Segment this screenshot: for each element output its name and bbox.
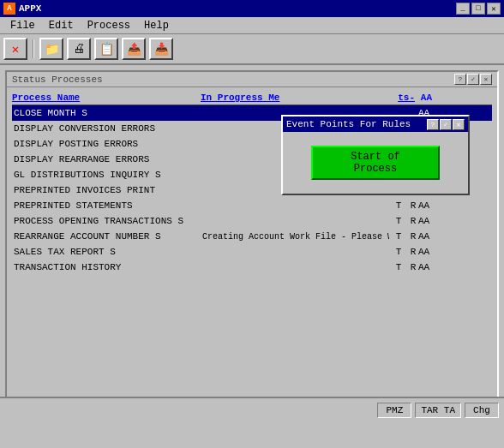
menu-process[interactable]: Process bbox=[81, 18, 137, 33]
col-header-aa: AA bbox=[415, 93, 432, 103]
toolbar-btn-cancel[interactable]: ✕ bbox=[3, 38, 27, 60]
menu-edit[interactable]: Edit bbox=[42, 18, 81, 33]
table-row[interactable]: PREPRINTED STATEMENTS T R AA bbox=[12, 198, 492, 213]
main-area: Status Processes ? ✓ ✕ Process Name In P… bbox=[0, 65, 504, 422]
cell-ts-10: T bbox=[389, 262, 408, 272]
cell-aa-9: AA bbox=[418, 247, 435, 257]
menu-file[interactable]: File bbox=[3, 18, 42, 33]
cell-aa-10: AA bbox=[418, 262, 435, 272]
menu-help[interactable]: Help bbox=[137, 18, 176, 33]
status-panel-controls: ? ✓ ✕ bbox=[454, 74, 492, 85]
toolbar-btn-open[interactable]: 📁 bbox=[39, 38, 63, 60]
title-bar-left: A APPX bbox=[3, 3, 41, 15]
status-panel-close-button[interactable]: ✕ bbox=[480, 74, 492, 85]
cell-ts-8: T bbox=[389, 231, 408, 242]
cell-r-6: R bbox=[408, 200, 418, 211]
cell-process-7: PROCESS OPENING TRANSACTIONS S bbox=[12, 216, 201, 226]
title-bar: A APPX _ □ ✕ bbox=[0, 0, 504, 17]
status-panel-label: Status Processes bbox=[12, 75, 103, 85]
status-bar: PMZ TAR TA Chg bbox=[0, 397, 504, 422]
dialog-close-button[interactable]: ✕ bbox=[453, 119, 465, 130]
minimize-button[interactable]: _ bbox=[456, 3, 470, 15]
cell-r-8: R bbox=[408, 231, 418, 242]
cell-process-3: DISPLAY REARRANGE ERRORS bbox=[12, 154, 201, 164]
toolbar-separator-1 bbox=[33, 39, 34, 58]
toolbar: ✕ 📁 🖨 📋 📤 📥 bbox=[0, 34, 504, 65]
title-bar-controls: _ □ ✕ bbox=[456, 3, 501, 15]
status-field-pmz[interactable]: PMZ bbox=[377, 403, 411, 418]
status-field-tarta[interactable]: TAR TA bbox=[415, 403, 461, 418]
dialog-title-label: Event Points For Rules bbox=[286, 119, 411, 129]
col-header-process: Process Name bbox=[12, 93, 201, 103]
cell-r-7: R bbox=[408, 216, 418, 226]
cell-ts-9: T bbox=[389, 247, 408, 257]
cell-process-0: CLOSE MONTH S bbox=[12, 108, 201, 118]
cell-process-6: PREPRINTED STATEMENTS bbox=[12, 200, 201, 211]
window-title: APPX bbox=[19, 3, 41, 14]
cell-process-1: DISPLAY CONVERSION ERRORS bbox=[12, 123, 201, 134]
toolbar-btn-import[interactable]: 📥 bbox=[149, 38, 173, 60]
dialog-title-bar: Event Points For Rules ? ✓ ✕ bbox=[283, 116, 468, 132]
status-panel: Status Processes ? ✓ ✕ Process Name In P… bbox=[5, 70, 499, 417]
cell-progress-8: Creating Account Work File - Please Wait bbox=[201, 232, 389, 242]
toolbar-btn-copy[interactable]: 📋 bbox=[94, 38, 118, 60]
cell-process-8: REARRANGE ACCOUNT NUMBER S bbox=[12, 231, 201, 242]
status-panel-help-button[interactable]: ? bbox=[454, 74, 466, 85]
cell-aa-8: AA bbox=[418, 231, 435, 242]
cell-aa-7: AA bbox=[418, 216, 435, 226]
close-button[interactable]: ✕ bbox=[487, 3, 501, 15]
status-panel-check-button[interactable]: ✓ bbox=[467, 74, 479, 85]
menu-bar: File Edit Process Help bbox=[0, 17, 504, 34]
toolbar-btn-print[interactable]: 🖨 bbox=[67, 38, 91, 60]
table-row[interactable]: REARRANGE ACCOUNT NUMBER S Creating Acco… bbox=[12, 229, 492, 244]
col-header-progress: In Progress Me bbox=[201, 93, 389, 103]
cell-process-4: GL DISTRIBUTIONS INQUIRY S bbox=[12, 170, 201, 180]
dialog-check-button[interactable]: ✓ bbox=[440, 119, 452, 130]
cell-process-9: SALES TAX REPORT S bbox=[12, 247, 201, 257]
dialog-controls: ? ✓ ✕ bbox=[427, 119, 465, 130]
cell-aa-6: AA bbox=[418, 200, 435, 211]
cell-process-5: PREPRINTED INVOICES PRINT bbox=[12, 185, 201, 195]
status-panel-title-bar: Status Processes ? ✓ ✕ bbox=[7, 72, 497, 87]
cell-r-10: R bbox=[408, 262, 418, 272]
table-row[interactable]: PROCESS OPENING TRANSACTIONS S T R AA bbox=[12, 213, 492, 229]
table-row[interactable]: TRANSACTION HISTORY T R AA bbox=[12, 260, 492, 275]
maximize-button[interactable]: □ bbox=[471, 3, 485, 15]
cell-process-2: DISPLAY POSTING ERRORS bbox=[12, 139, 201, 149]
status-field-chg[interactable]: Chg bbox=[465, 403, 499, 418]
table-header: Process Name In Progress Me ts- AA bbox=[12, 91, 492, 105]
app-icon: A bbox=[3, 3, 15, 15]
dialog-help-button[interactable]: ? bbox=[427, 119, 439, 130]
cell-process-10: TRANSACTION HISTORY bbox=[12, 262, 201, 272]
event-points-dialog: Event Points For Rules ? ✓ ✕ Start of Pr… bbox=[281, 115, 470, 195]
cell-ts-6: T bbox=[389, 200, 408, 211]
cell-ts-7: T bbox=[389, 216, 408, 226]
cell-r-9: R bbox=[408, 247, 418, 257]
toolbar-btn-export[interactable]: 📤 bbox=[122, 38, 146, 60]
dialog-content: Start of Process bbox=[283, 132, 468, 194]
start-of-process-button[interactable]: Start of Process bbox=[311, 146, 440, 180]
table-row[interactable]: SALES TAX REPORT S T R AA bbox=[12, 244, 492, 260]
col-header-ts: ts- bbox=[389, 93, 415, 103]
